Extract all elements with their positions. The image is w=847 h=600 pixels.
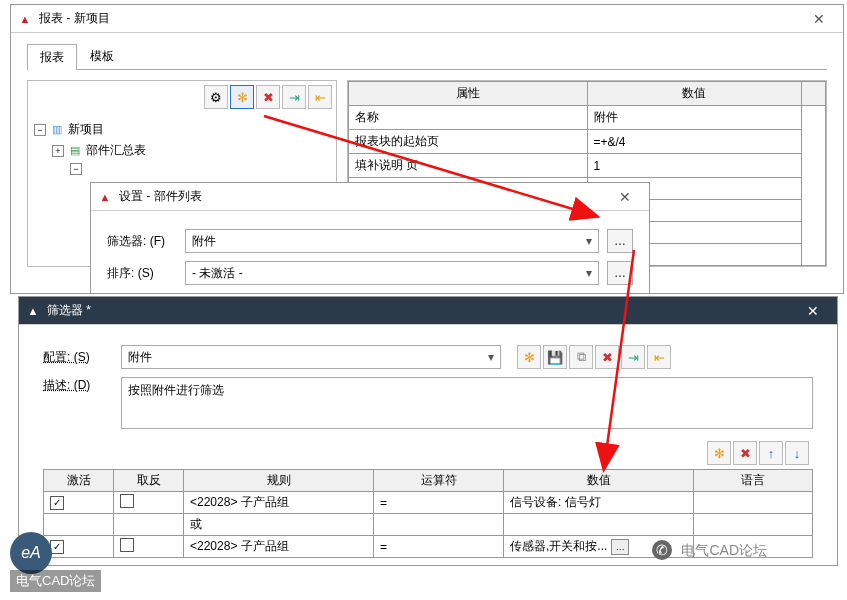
config-row: 配置: (S) 附件 ✻ 💾 ⧉ ✖ ⇥ ⇤ [43, 345, 813, 369]
grid-row[interactable]: 报表块的起始页=+&/4 [349, 130, 826, 154]
negate-checkbox[interactable] [120, 494, 134, 508]
save-icon[interactable]: 💾 [543, 345, 567, 369]
filter-titlebar: ▲ 筛选器 * ✕ [19, 297, 837, 325]
desc-input[interactable]: 按照附件进行筛选 [121, 377, 813, 429]
copy-icon[interactable]: ⧉ [569, 345, 593, 369]
filter-ellipsis-button[interactable]: … [607, 229, 633, 253]
import-icon[interactable]: ⇥ [621, 345, 645, 369]
col-active: 激活 [44, 470, 114, 492]
filter-title: 筛选器 * [47, 302, 795, 319]
expander-icon[interactable]: + [52, 145, 64, 157]
col-rule: 规则 [184, 470, 374, 492]
config-label: 配置: (S) [43, 349, 113, 366]
active-checkbox[interactable]: ✓ [50, 496, 64, 510]
report-tabs: 报表 模板 [27, 43, 827, 70]
grid-row[interactable]: 名称附件 [349, 106, 826, 130]
settings-window: ▲ 设置 - 部件列表 ✕ 筛选器: (F) 附件 … 排序: (S) - 未激… [90, 182, 650, 294]
report-title: 报表 - 新项目 [39, 10, 801, 27]
sort-field-row: 排序: (S) - 未激活 - … [107, 261, 633, 285]
filter-toolbar: ✻ 💾 ⧉ ✖ ⇥ ⇤ [517, 345, 671, 369]
close-icon[interactable]: ✕ [795, 300, 831, 322]
tree-child1-row[interactable]: + ▤ 部件汇总表 [34, 140, 330, 161]
tree-root-row[interactable]: − ▥ 新项目 [34, 119, 330, 140]
logo-text: 电气CAD论坛 [10, 570, 101, 592]
grid-row[interactable]: 填补说明 页1 [349, 154, 826, 178]
filter-window: ▲ 筛选器 * ✕ 配置: (S) 附件 ✻ 💾 ⧉ ✖ ⇥ ⇤ 描述: (D)… [18, 296, 838, 566]
settings-titlebar: ▲ 设置 - 部件列表 ✕ [91, 183, 649, 211]
tree-root-label: 新项目 [68, 121, 104, 138]
col-lang: 语言 [694, 470, 813, 492]
filter-label: 筛选器: (F) [107, 233, 177, 250]
logo-badge: eA [10, 532, 52, 574]
close-icon[interactable]: ✕ [607, 186, 643, 208]
close-icon[interactable]: ✕ [801, 8, 837, 30]
col-value: 数值 [587, 82, 802, 106]
tab-report[interactable]: 报表 [27, 44, 77, 70]
table-row[interactable]: ✓ <22028> 子产品组 = 信号设备: 信号灯 [44, 492, 813, 514]
config-combo[interactable]: 附件 [121, 345, 501, 369]
active-checkbox[interactable]: ✓ [50, 540, 64, 554]
export-icon[interactable]: ⇤ [647, 345, 671, 369]
col-negate: 取反 [114, 470, 184, 492]
expander-icon[interactable]: − [70, 163, 82, 175]
gear-icon[interactable]: ⚙ [204, 85, 228, 109]
watermark: ✆ 电气CAD论坛 [652, 540, 767, 560]
col-property: 属性 [349, 82, 588, 106]
filter-combo[interactable]: 附件 [185, 229, 599, 253]
new-icon[interactable]: ✻ [230, 85, 254, 109]
delete-icon[interactable]: ✖ [595, 345, 619, 369]
negate-checkbox[interactable] [120, 538, 134, 552]
new-icon[interactable]: ✻ [517, 345, 541, 369]
col-scroll [802, 82, 826, 106]
filter-field-row: 筛选器: (F) 附件 … [107, 229, 633, 253]
import-icon[interactable]: ⇥ [282, 85, 306, 109]
col-value: 数值 [504, 470, 694, 492]
app-icon: ▲ [25, 303, 41, 319]
sort-ellipsis-button[interactable]: … [607, 261, 633, 285]
folder-icon: ▥ [50, 123, 64, 137]
tree-child1-label: 部件汇总表 [86, 142, 146, 159]
new-icon[interactable]: ✻ [707, 441, 731, 465]
report-toolbar: ⚙ ✻ ✖ ⇥ ⇤ [28, 81, 336, 113]
project-tree: − ▥ 新项目 + ▤ 部件汇总表 − [28, 113, 336, 183]
desc-label: 描述: (D) [43, 377, 113, 394]
app-icon: ▲ [97, 189, 113, 205]
wechat-icon: ✆ [652, 540, 672, 560]
table-toolbar: ✻ ✖ ↑ ↓ [43, 437, 813, 469]
cell-ellipsis-button[interactable]: … [611, 539, 629, 555]
sort-label: 排序: (S) [107, 265, 177, 282]
settings-content: 筛选器: (F) 附件 … 排序: (S) - 未激活 - … [91, 211, 649, 297]
tree-child2-row[interactable]: − [34, 161, 330, 177]
table-row[interactable]: 或 [44, 514, 813, 536]
report-titlebar: ▲ 报表 - 新项目 ✕ [11, 5, 843, 33]
tab-template[interactable]: 模板 [77, 43, 127, 69]
settings-title: 设置 - 部件列表 [119, 188, 607, 205]
expander-icon[interactable]: − [34, 124, 46, 136]
filter-content: 配置: (S) 附件 ✻ 💾 ⧉ ✖ ⇥ ⇤ 描述: (D) 按照附件进行筛选 … [19, 325, 837, 570]
up-icon[interactable]: ↑ [759, 441, 783, 465]
desc-row: 描述: (D) 按照附件进行筛选 [43, 377, 813, 429]
down-icon[interactable]: ↓ [785, 441, 809, 465]
delete-icon[interactable]: ✖ [733, 441, 757, 465]
app-icon: ▲ [17, 11, 33, 27]
sort-combo[interactable]: - 未激活 - [185, 261, 599, 285]
col-op: 运算符 [374, 470, 504, 492]
delete-icon[interactable]: ✖ [256, 85, 280, 109]
export-icon[interactable]: ⇤ [308, 85, 332, 109]
doc-icon: ▤ [68, 144, 82, 158]
